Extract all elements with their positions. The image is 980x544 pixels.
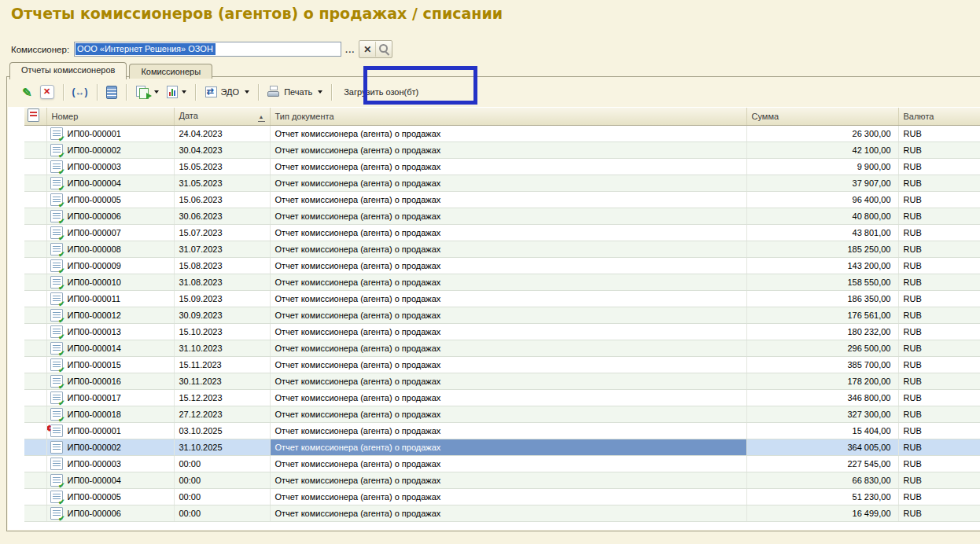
table-row[interactable]: ИП00-000001 24.04.2023 Отчет комиссионер…	[24, 125, 980, 142]
table-row[interactable]: ИП00-000006 30.06.2023 Отчет комиссионер…	[24, 208, 980, 224]
row-number-cell: ИП00-000008	[46, 241, 174, 257]
edo-button[interactable]: ЭДО	[201, 83, 254, 101]
document-icon	[50, 160, 63, 173]
header-currency[interactable]: Валюта	[898, 108, 980, 125]
document-icon	[50, 243, 63, 255]
document-icon	[50, 342, 63, 355]
print-button[interactable]: Печать	[263, 83, 326, 101]
row-sum-cell: 178 200,00	[746, 373, 898, 389]
table-row[interactable]: ИП00-000004 00:00 Отчет комиссионера (аг…	[24, 472, 980, 488]
row-date-cell: 15.10.2023	[174, 323, 270, 340]
delete-button[interactable]: ✕	[36, 83, 58, 101]
tabbar: Отчеты комиссионеров Комиссионеры	[9, 62, 215, 79]
table-row[interactable]: ИП00-000010 31.08.2023 Отчет комиссионер…	[24, 274, 980, 290]
row-number-cell: ИП00-000011	[46, 290, 174, 307]
row-sum-cell: 185 250,00	[746, 241, 898, 257]
load-ozon-button[interactable]: Загрузить озон(бт)	[337, 85, 424, 99]
table-row[interactable]: ИП00-000008 31.07.2023 Отчет комиссионер…	[24, 241, 980, 257]
toolbar: ✎ ✕ (↔) ЭДО Печать Загрузить озон(бт)	[7, 77, 980, 107]
row-doctype-cell: Отчет комиссионера (агента) о продажах	[270, 323, 746, 340]
set-interval-button[interactable]: (↔)	[68, 84, 92, 100]
row-state-cell	[24, 224, 46, 241]
search-button[interactable]	[375, 42, 392, 57]
table-row[interactable]: ИП00-000003 15.05.2023 Отчет комиссионер…	[24, 158, 980, 175]
row-currency-cell: RUB	[898, 142, 980, 158]
row-doctype-cell: Отчет комиссионера (агента) о продажах	[270, 125, 746, 142]
table-row[interactable]: ИП00-000014 31.10.2023 Отчет комиссионер…	[24, 340, 980, 356]
table-row[interactable]: ИП00-000007 15.07.2023 Отчет комиссионер…	[24, 224, 980, 241]
table-row[interactable]: ИП00-000011 15.09.2023 Отчет комиссионер…	[24, 290, 980, 307]
row-doctype-cell: Отчет комиссионера (агента) о продажах	[270, 505, 746, 521]
row-date-cell: 15.07.2023	[174, 224, 270, 241]
edit-button[interactable]: ✎	[18, 84, 36, 101]
chevron-down-icon	[318, 90, 322, 94]
document-icon	[50, 425, 63, 437]
header-date[interactable]: ▲Дата	[174, 108, 270, 125]
document-state-icon	[28, 108, 39, 122]
table-row[interactable]: ИП00-000012 30.09.2023 Отчет комиссионер…	[24, 307, 980, 323]
row-sum-cell: 346 800,00	[746, 389, 898, 406]
document-icon	[50, 177, 63, 189]
header-number[interactable]: Номер	[46, 108, 174, 125]
row-currency-cell: RUB	[898, 356, 980, 373]
header-sum[interactable]: Сумма	[746, 108, 898, 125]
row-sum-cell: 96 400,00	[746, 191, 898, 208]
table-row[interactable]: ИП00-000015 15.11.2023 Отчет комиссионер…	[24, 356, 980, 373]
choose-button[interactable]: ...	[341, 45, 359, 54]
row-currency-cell: RUB	[898, 505, 980, 521]
row-state-cell	[24, 142, 46, 158]
table-row[interactable]: ИП00-000005 00:00 Отчет комиссионера (аг…	[24, 488, 980, 505]
table-row[interactable]: ИП00-000005 15.06.2023 Отчет комиссионер…	[24, 191, 980, 208]
table-row[interactable]: ИП00-000002 30.04.2023 Отчет комиссионер…	[24, 142, 980, 158]
row-doctype-cell: Отчет комиссионера (агента) о продажах	[270, 142, 746, 158]
row-doctype-cell: Отчет комиссионера (агента) о продажах	[270, 406, 746, 422]
row-currency-cell: RUB	[898, 455, 980, 472]
row-doctype-cell: Отчет комиссионера (агента) о продажах	[270, 389, 746, 406]
table-row[interactable]: ИП00-000018 27.12.2023 Отчет комиссионер…	[24, 406, 980, 422]
table-row[interactable]: ИП00-000016 30.11.2023 Отчет комиссионер…	[24, 373, 980, 389]
printer-icon	[267, 86, 281, 98]
table-row[interactable]: ИП00-000003 00:00 Отчет комиссионера (аг…	[24, 455, 980, 472]
row-doctype-cell: Отчет комиссионера (агента) о продажах	[270, 158, 746, 175]
table-row[interactable]: ИП00-000002 31.10.2025 Отчет комиссионер…	[24, 439, 980, 455]
row-sum-cell: 143 200,00	[746, 257, 898, 274]
clear-button[interactable]: ✕	[359, 42, 375, 57]
table-row[interactable]: ИП00-000017 15.12.2023 Отчет комиссионер…	[24, 389, 980, 406]
row-currency-cell: RUB	[898, 208, 980, 224]
table-row[interactable]: ИП00-000001 03.10.2025 Отчет комиссионер…	[24, 422, 980, 439]
row-number-cell: ИП00-000003	[46, 455, 174, 472]
row-date-cell: 30.11.2023	[174, 373, 270, 389]
table-row[interactable]: ИП00-000013 15.10.2023 Отчет комиссионер…	[24, 323, 980, 340]
row-doctype-cell: Отчет комиссионера (агента) о продажах	[270, 340, 746, 356]
table-row[interactable]: ИП00-000009 15.08.2023 Отчет комиссионер…	[24, 257, 980, 274]
row-number-cell: ИП00-000004	[46, 472, 174, 488]
document-icon	[50, 127, 63, 140]
row-state-cell	[24, 488, 46, 505]
header-state-column[interactable]	[24, 108, 46, 125]
row-state-cell	[24, 373, 46, 389]
row-number-cell: ИП00-000017	[46, 389, 174, 406]
table-row[interactable]: ИП00-000006 00:00 Отчет комиссионера (аг…	[24, 505, 980, 521]
row-date-cell: 31.05.2023	[174, 175, 270, 191]
copy-button[interactable]	[131, 83, 163, 101]
commissioner-input[interactable]: ООО «Интернет Решения» ОЗОН	[74, 42, 341, 57]
row-currency-cell: RUB	[898, 257, 980, 274]
tab-commissioners[interactable]: Комиссионеры	[129, 64, 212, 79]
row-number-cell: ИП00-000007	[46, 224, 174, 241]
row-doctype-cell: Отчет комиссионера (агента) о продажах	[270, 257, 746, 274]
row-sum-cell: 364 005,00	[746, 439, 898, 455]
row-date-cell: 15.06.2023	[174, 191, 270, 208]
row-state-cell	[24, 439, 46, 455]
copy-document-icon	[135, 86, 150, 98]
row-number-cell: ИП00-000018	[46, 406, 174, 422]
row-sum-cell: 9 900,00	[746, 158, 898, 175]
list-settings-button[interactable]	[102, 83, 121, 101]
report-button[interactable]	[163, 83, 190, 101]
document-icon	[50, 210, 63, 222]
row-sum-cell: 15 404,00	[746, 422, 898, 439]
row-sum-cell: 43 801,00	[746, 224, 898, 241]
tab-commission-reports[interactable]: Отчеты комиссионеров	[9, 62, 127, 79]
toolbar-separator	[195, 84, 196, 101]
header-doc-type[interactable]: Тип документа	[270, 108, 746, 125]
table-row[interactable]: ИП00-000004 31.05.2023 Отчет комиссионер…	[24, 175, 980, 191]
